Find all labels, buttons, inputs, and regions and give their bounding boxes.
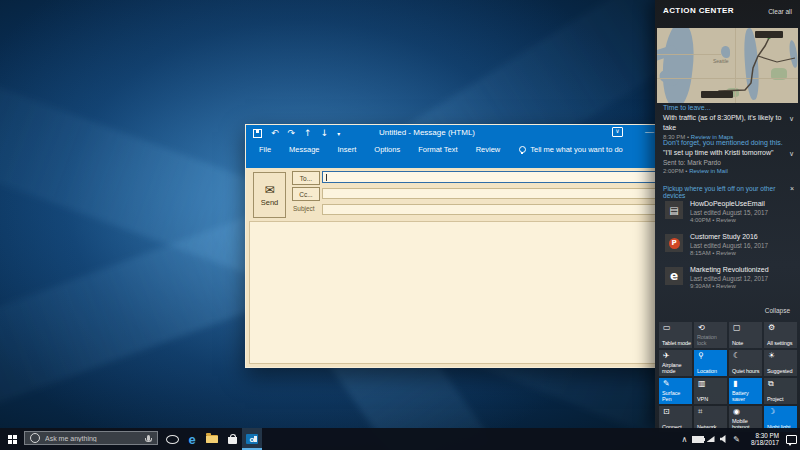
tab-file[interactable]: File	[250, 145, 280, 154]
project-screens-icon: ⧉	[768, 380, 774, 388]
pen-settings-icon[interactable]: ✎	[730, 435, 743, 444]
message-header-form: ✉ Send To... Cc... Subject	[246, 168, 664, 221]
powerpoint-icon: P	[669, 238, 680, 249]
notification-body: With traffic (as of 8:30PM), it's likely…	[663, 113, 794, 133]
tab-message[interactable]: Message	[280, 145, 328, 154]
rotation-lock-icon: ⟲	[698, 324, 705, 332]
notification-title: Time to leave...	[663, 103, 794, 113]
quick-action-suggested[interactable]: ☀Suggested	[764, 350, 797, 376]
cortana-search-box[interactable]	[24, 431, 158, 445]
envelope-icon: ✉	[264, 184, 274, 196]
taskbar: e o ∧ ✎ 8:30 PM 8/18/2017	[0, 428, 800, 450]
notification-body: "I'll set up time with Kristi tomorrow" …	[663, 148, 794, 158]
folder-icon	[206, 435, 218, 443]
quick-action-project[interactable]: ⧉Project	[764, 378, 797, 404]
night-light-icon: ☽	[768, 408, 775, 416]
message-body-editor[interactable]	[249, 221, 661, 364]
sun-icon: ☀	[768, 352, 775, 360]
network-status-icon[interactable]	[704, 436, 717, 442]
windows-logo-icon	[8, 435, 17, 444]
action-center-button[interactable]	[782, 435, 800, 444]
text-cursor	[326, 174, 327, 181]
taskbar-edge-button[interactable]: e	[182, 428, 202, 450]
document-subtitle: Last edited August 12, 2017	[690, 275, 768, 282]
chevron-down-icon[interactable]: ∨	[789, 149, 794, 159]
battery-status-icon[interactable]	[691, 436, 704, 443]
task-view-icon	[166, 435, 179, 444]
ribbon-display-options-icon[interactable]: ∨	[612, 127, 623, 137]
search-input[interactable]	[45, 435, 142, 442]
quick-action-airplane-mode[interactable]: ✈Airplane mode	[659, 350, 692, 376]
connect-icon: ⊡	[663, 408, 670, 416]
ribbon-tabs: File Message Insert Options Format Text …	[250, 141, 623, 158]
notification-time-to-leave[interactable]: Time to leave... With traffic (as of 8:3…	[663, 103, 794, 142]
window-titlebar: ↶ ↷ ↑ ↓ ▾ Untitled - Message (HTML) ∨ — …	[246, 125, 664, 168]
subject-field[interactable]	[322, 204, 656, 215]
map-route-label	[701, 91, 733, 98]
map-city-label: Seattle	[713, 58, 729, 64]
taskbar-store-button[interactable]	[222, 428, 242, 450]
notification-subtext: Sent to: Mark Pardo	[663, 158, 794, 167]
edge-icon: e	[670, 269, 678, 283]
moon-icon: ☾	[733, 352, 740, 360]
notification-bubble-icon	[786, 435, 797, 444]
tab-format-text[interactable]: Format Text	[409, 145, 466, 154]
quick-action-note[interactable]: ▢Note	[729, 322, 762, 348]
network-icon: ⌗	[698, 408, 703, 416]
location-icon: ⚲	[698, 352, 704, 360]
pickup-item-document[interactable]: e Marketing Revolutionized Last edited A…	[665, 266, 794, 294]
to-button[interactable]: To...	[292, 171, 320, 185]
pickup-item-document[interactable]: ▤ HowDoPeopleUseEmail Last edited August…	[665, 200, 794, 228]
show-hidden-icons-chevron[interactable]: ∧	[678, 435, 691, 444]
quick-action-tablet-mode[interactable]: ▭Tablet mode	[659, 322, 692, 348]
collapse-link[interactable]: Collapse	[765, 307, 790, 314]
tab-review[interactable]: Review	[467, 145, 510, 154]
system-tray: ∧ ✎ 8:30 PM 8/18/2017	[678, 428, 800, 450]
window-title: Untitled - Message (HTML)	[246, 128, 608, 137]
task-view-button[interactable]	[162, 428, 182, 450]
minimize-button[interactable]: —	[645, 127, 654, 137]
cc-field[interactable]	[322, 188, 656, 199]
gear-icon: ⚙	[768, 324, 775, 332]
send-label: Send	[261, 198, 279, 207]
to-field[interactable]	[322, 171, 656, 183]
notification-time: 2:00PM	[663, 168, 684, 174]
outlook-compose-window: ↶ ↷ ↑ ↓ ▾ Untitled - Message (HTML) ∨ — …	[245, 124, 665, 368]
send-button[interactable]: ✉ Send	[253, 172, 286, 218]
taskbar-file-explorer-button[interactable]	[202, 428, 222, 450]
map-route-label	[755, 31, 783, 38]
clock-date: 8/18/2017	[751, 439, 779, 446]
tab-options[interactable]: Options	[365, 145, 409, 154]
notification-title: Don't forget, you mentioned doing this.	[663, 138, 794, 148]
quick-action-battery-saver[interactable]: ▮Battery saver	[729, 378, 762, 404]
edge-icon: e	[188, 433, 195, 446]
action-center-panel: ACTION CENTER Clear all Seattle Tim	[655, 0, 800, 428]
start-button[interactable]	[0, 428, 24, 450]
cc-button[interactable]: Cc...	[292, 187, 320, 201]
document-meta: 9:30AM • Review	[690, 283, 736, 289]
microphone-icon[interactable]	[147, 435, 150, 441]
pickup-item-document[interactable]: P Customer Study 2016 Last edited August…	[665, 233, 794, 261]
quick-action-rotation-lock[interactable]: ⟲Rotation lock	[694, 322, 727, 348]
close-icon[interactable]: ×	[790, 185, 794, 192]
outlook-icon: o	[246, 434, 258, 444]
notification-dont-forget[interactable]: Don't forget, you mentioned doing this. …	[663, 138, 794, 176]
quick-action-surface-pen[interactable]: ✎Surface Pen	[659, 378, 692, 404]
volume-icon[interactable]	[717, 435, 730, 443]
quick-action-all-settings[interactable]: ⚙All settings	[764, 322, 797, 348]
quick-action-quiet-hours[interactable]: ☾Quiet hours	[729, 350, 762, 376]
maps-notification-image[interactable]: Seattle	[657, 28, 798, 103]
note-icon: ▢	[733, 324, 741, 332]
cortana-icon	[30, 433, 40, 443]
taskbar-outlook-button[interactable]: o	[242, 428, 262, 450]
quick-action-location[interactable]: ⚲Location	[694, 350, 727, 376]
tab-insert[interactable]: Insert	[329, 145, 366, 154]
clear-all-button[interactable]: Clear all	[768, 8, 792, 15]
chevron-down-icon[interactable]: ∨	[789, 114, 794, 124]
tell-me-box[interactable]: Tell me what you want to do	[519, 145, 623, 154]
tablet-mode-icon: ▭	[663, 324, 671, 332]
quick-action-vpn[interactable]: ▥VPN	[694, 378, 727, 404]
dot-separator: •	[685, 168, 687, 174]
taskbar-clock[interactable]: 8:30 PM 8/18/2017	[743, 432, 782, 446]
review-in-mail-link[interactable]: Review in Mail	[689, 168, 728, 174]
